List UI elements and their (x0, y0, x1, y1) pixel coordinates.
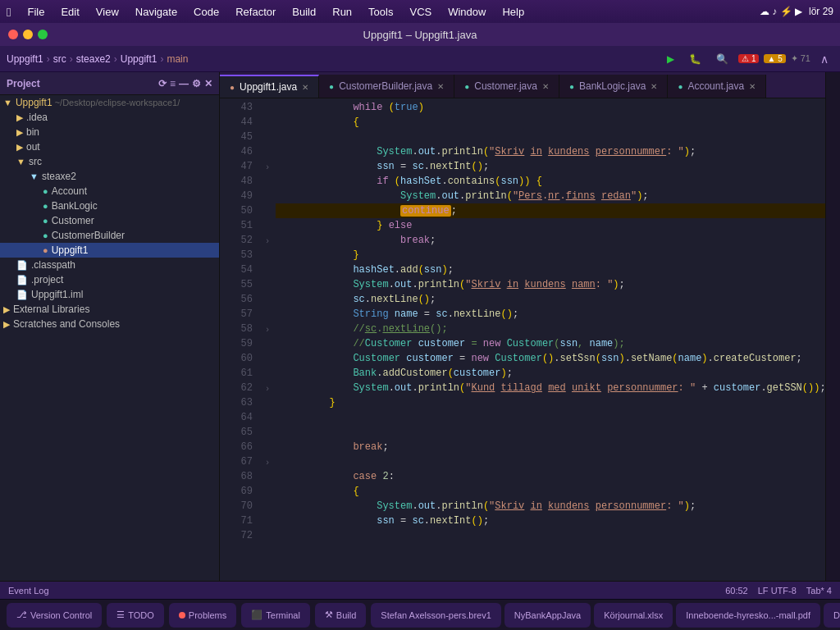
tree-item-steaxe2[interactable]: ▼ steaxe2 (0, 169, 219, 184)
code-line-61: Bank.addCustomer(customer); (276, 366, 825, 381)
menu-view[interactable]: View (89, 4, 126, 20)
taskbar-terminal[interactable]: ⬛ Terminal (241, 603, 310, 628)
tab-customer[interactable]: ● Customer.java ✕ (454, 75, 559, 98)
tab-customerbuilder[interactable]: ● CustomerBuilder.java ✕ (319, 75, 454, 98)
menu-navigate[interactable]: Navigate (129, 4, 184, 20)
bc-item-0[interactable]: Uppgift1 (7, 53, 43, 65)
gn-68 (259, 469, 276, 484)
tree-item-account[interactable]: ● Account (0, 184, 219, 199)
tree-item-extlibs[interactable]: ▶ External Libraries (0, 302, 219, 317)
bc-item-2[interactable]: steaxe2 (76, 53, 111, 65)
tab-close-account[interactable]: ✕ (749, 82, 756, 91)
bc-item-4[interactable]: main (167, 53, 188, 65)
ln-67: 67 (220, 454, 253, 469)
menu-window[interactable]: Window (441, 4, 492, 20)
tree-item-iml[interactable]: 📄 Uppgift1.iml (0, 287, 219, 302)
tree-item-idea[interactable]: ▶ .idea (0, 110, 219, 125)
tree-item-bin[interactable]: ▶ bin (0, 125, 219, 139)
taskbar-stefan[interactable]: Stefan Axelsson-pers.brev1 (371, 603, 501, 628)
project-close-icon[interactable]: ✕ (204, 78, 212, 89)
taskbar-korjournal[interactable]: Körjournal.xlsx (594, 603, 673, 628)
project-filter-icon[interactable]: ≡ (170, 78, 176, 89)
collapse-button[interactable]: ∧ (815, 51, 833, 67)
menu-file[interactable]: File (21, 4, 51, 20)
tab-close-banklogic[interactable]: ✕ (651, 82, 657, 91)
bc-sep3: › (114, 53, 117, 65)
ln-65: 65 (220, 425, 253, 440)
menu-run[interactable]: Run (326, 4, 358, 20)
ln-53: 53 (220, 248, 253, 262)
project-settings-icon[interactable]: ⚙ (192, 78, 201, 89)
maximize-button[interactable] (38, 30, 48, 39)
tree-label-classpath: .classpath (31, 259, 75, 271)
line-numbers: 43 44 45 46 47 48 49 50 51 52 53 54 55 5… (220, 98, 259, 581)
tree-item-out[interactable]: ▶ out (0, 139, 219, 154)
bc-sep: › (47, 53, 50, 65)
tree-item-uppgift1-root[interactable]: ▼ Uppgift1 ~/Desktop/eclipse-workspace1/ (0, 95, 219, 110)
bc-item-3[interactable]: Uppgift1 (121, 53, 158, 65)
terminal-label: Terminal (266, 610, 300, 620)
event-log-label[interactable]: Event Log (8, 586, 49, 596)
tree-item-uppgift1[interactable]: ● Uppgift1 (0, 243, 219, 258)
menu-refactor[interactable]: Refactor (229, 4, 282, 20)
taskbar-dokument[interactable]: Dokument kurs egne ant.LU-Java (824, 603, 840, 628)
tree-item-scratches[interactable]: ▶ Scratches and Consoles (0, 317, 219, 331)
minimize-button[interactable] (23, 30, 33, 39)
todo-label: TODO (128, 610, 154, 620)
tab-icon-customer: ● (464, 82, 469, 91)
tree-label-account: Account (52, 185, 87, 197)
gn-67: › (259, 454, 276, 469)
gn-45 (259, 130, 276, 144)
tree-item-classpath[interactable]: 📄 .classpath (0, 258, 219, 272)
tree-label-scratches: Scratches and Consoles (13, 318, 120, 330)
ln-51: 51 (220, 218, 253, 233)
apple-menu[interactable]:  (7, 5, 11, 19)
tab-uppgift1[interactable]: ● Uppgift1.java ✕ (220, 75, 319, 98)
menu-code[interactable]: Code (187, 4, 226, 20)
tree-item-src[interactable]: ▼ src (0, 154, 219, 169)
taskbar-nybankapp[interactable]: NyBankAppJava (504, 603, 591, 628)
tab-close-uppgift1[interactable]: ✕ (302, 83, 308, 92)
gn-69 (259, 484, 276, 499)
gn-65 (259, 425, 276, 440)
tabs-bar: ● Uppgift1.java ✕ ● CustomerBuilder.java… (220, 72, 825, 98)
taskbar-todo[interactable]: ☰ TODO (107, 603, 164, 628)
menu-help[interactable]: Help (495, 4, 531, 20)
close-button[interactable] (8, 30, 18, 39)
tab-banklogic[interactable]: ● BankLogic.java ✕ (559, 75, 668, 98)
run-button[interactable]: ▶ (662, 52, 679, 66)
tree-item-project[interactable]: 📄 .project (0, 272, 219, 287)
status-bar: Event Log 60:52 LF UTF-8 Tab* 4 (0, 581, 840, 599)
tree-item-customer[interactable]: ● Customer (0, 213, 219, 228)
gn-48 (259, 174, 276, 189)
ln-54: 54 (220, 262, 253, 277)
search-button[interactable]: 🔍 (711, 52, 733, 66)
menu-tools[interactable]: Tools (362, 4, 399, 20)
gn-58: › (259, 322, 276, 336)
debug-button[interactable]: 🐛 (684, 52, 706, 66)
project-sync-icon[interactable]: ⟳ (158, 78, 167, 89)
tree-item-banklogic[interactable]: ● BankLogic (0, 199, 219, 213)
bc-sep2: › (70, 53, 73, 65)
taskbar-inneboende[interactable]: Inneboende-hyresko...-mall.pdf (676, 603, 820, 628)
code-line-49: System.out.println("Pers.nr.finns redan"… (276, 189, 825, 203)
tab-close-customerbuilder[interactable]: ✕ (437, 82, 444, 91)
java-icon-account: ● (43, 186, 48, 196)
tab-close-customer[interactable]: ✕ (542, 82, 549, 91)
menu-build[interactable]: Build (285, 4, 322, 20)
ide-main: Project ⟳ ≡ — ⚙ ✕ ▼ Uppgift1 ~/Desktop/e… (0, 72, 840, 581)
project-path-label: ~/Desktop/eclipse-workspace1/ (52, 98, 180, 107)
todo-icon: ☰ (116, 609, 125, 620)
project-collapse-icon[interactable]: — (179, 78, 189, 89)
taskbar-problems[interactable]: Problems (169, 603, 236, 628)
code-line-66: break; (276, 440, 825, 454)
menu-vcs[interactable]: VCS (403, 4, 438, 20)
taskbar-build[interactable]: ⚒ Build (315, 603, 366, 628)
bc-item-1[interactable]: src (53, 53, 66, 65)
code-area[interactable]: while (true) { System.out.println("Skriv… (276, 98, 825, 581)
korjournal-label: Körjournal.xlsx (604, 610, 663, 620)
tree-item-customerbuilder[interactable]: ● CustomerBuilder (0, 228, 219, 243)
tab-account[interactable]: ● Account.java ✕ (668, 75, 766, 98)
menu-edit[interactable]: Edit (54, 4, 85, 20)
taskbar-version-control[interactable]: ⎇ Version Control (7, 603, 102, 628)
